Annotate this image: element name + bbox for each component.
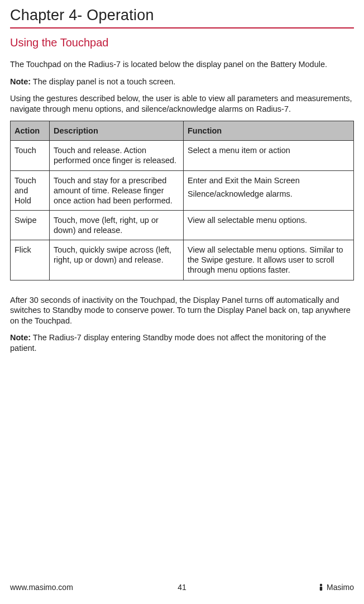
function-line: View all selectable menu options. Simila… <box>188 245 349 275</box>
function-line: Enter and Exit the Main Screen <box>188 175 349 186</box>
gesture-intro: Using the gestures described below, the … <box>10 93 354 114</box>
cell-description: Touch, quickly swipe across (left, right… <box>50 240 184 280</box>
cell-description: Touch and release. Action performed once… <box>50 141 184 170</box>
cell-function: View all selectable menu options. Simila… <box>184 240 354 280</box>
cell-function: Enter and Exit the Main ScreenSilence/ac… <box>184 170 354 210</box>
divider <box>10 27 354 28</box>
table-header-row: Action Description Function <box>11 121 354 141</box>
function-line: Silence/acknowledge alarms. <box>188 189 349 199</box>
function-line: Select a menu item or action <box>188 145 349 155</box>
cell-action: Touch and Hold <box>11 170 50 210</box>
function-line: View all selectable menu options. <box>188 215 349 225</box>
cell-function: View all selectable menu options. <box>184 210 354 240</box>
table-row: FlickTouch, quickly swipe across (left, … <box>11 240 354 280</box>
note2-paragraph: Note: The Radius-7 display entering Stan… <box>10 332 354 353</box>
table-row: SwipeTouch, move (left, right, up or dow… <box>11 210 354 240</box>
cell-description: Touch and stay for a prescribed amount o… <box>50 170 184 210</box>
header-action: Action <box>11 121 50 141</box>
page-footer: www.masimo.com 41 Masimo <box>10 583 354 592</box>
footer-page-number: 41 <box>10 583 354 592</box>
cell-function: Select a menu item or action <box>184 141 354 170</box>
note-paragraph: Note: The display panel is not a touch s… <box>10 77 354 87</box>
note-label: Note: <box>10 333 31 342</box>
chapter-title: Chapter 4- Operation <box>10 7 354 27</box>
cell-action: Touch <box>11 141 50 170</box>
intro-paragraph: The Touchpad on the Radius-7 is located … <box>10 59 354 70</box>
header-description: Description <box>50 121 184 141</box>
table-row: Touch and HoldTouch and stay for a presc… <box>11 170 354 210</box>
gestures-table: Action Description Function TouchTouch a… <box>10 121 354 280</box>
header-function: Function <box>184 121 354 141</box>
note-text: The display panel is not a touch screen. <box>31 77 175 86</box>
cell-action: Flick <box>11 240 50 280</box>
cell-action: Swipe <box>11 210 50 240</box>
cell-description: Touch, move (left, right, up or down) an… <box>50 210 184 240</box>
section-title: Using the Touchpad <box>10 36 354 49</box>
note-label: Note: <box>10 77 31 86</box>
standby-paragraph: After 30 seconds of inactivity on the To… <box>10 295 354 326</box>
table-row: TouchTouch and release. Action performed… <box>11 141 354 170</box>
note-text: The Radius-7 display entering Standby mo… <box>10 333 326 353</box>
